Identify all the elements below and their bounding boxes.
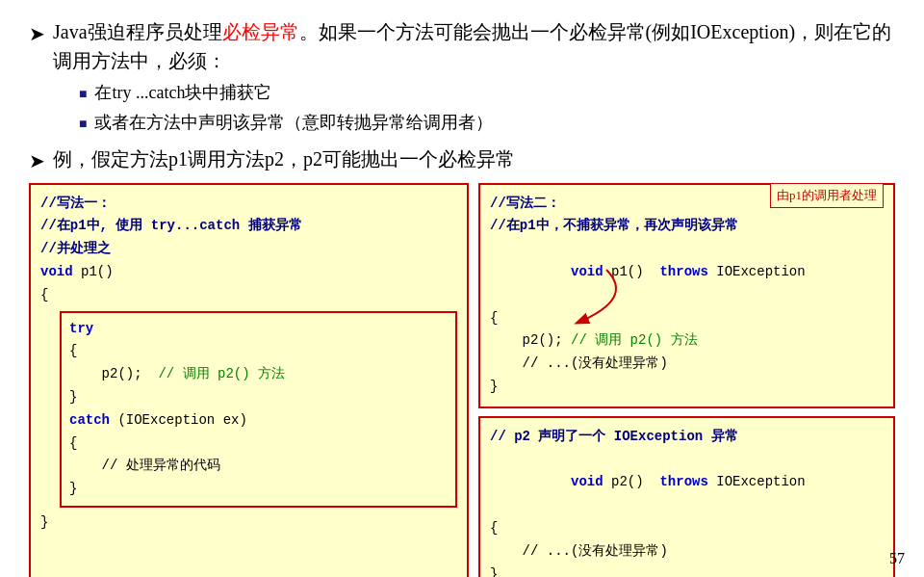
left-inner-box: try { p2(); // 调用 p2() 方法 } catch (IOExc…: [60, 311, 457, 508]
left-line3: //并处理之: [40, 238, 457, 261]
left-line-end: }: [40, 511, 457, 535]
sub-bullet-2-text: 或者在方法中声明该异常（意即转抛异常给调用者）: [94, 109, 493, 137]
bullet1: ➤ Java强迫程序员处理必检异常。如果一个方法可能会抛出一个必检异常(例如IO…: [29, 17, 895, 75]
right-bot-line2: void p2() throws IOException: [490, 449, 884, 517]
sub-bullet-icon-2: ■: [79, 114, 87, 135]
inner-line8: }: [69, 478, 448, 501]
right-bot-line1: // p2 声明了一个 IOException 异常: [490, 426, 884, 449]
right-top-line2: //在p1中，不捕获异常，再次声明该异常: [490, 215, 884, 238]
inner-line1: try: [69, 318, 448, 341]
bullet1-text-before: Java强迫程序员处理: [53, 21, 222, 42]
sub-bullet-1-text: 在try ...catch块中捕获它: [94, 79, 271, 107]
left-line2: //在p1中, 使用 try...catch 捕获异常: [40, 215, 457, 238]
inner-line3: p2(); // 调用 p2() 方法: [69, 363, 448, 386]
bullet1-arrow: ➤: [29, 19, 45, 48]
right-top-line4: {: [490, 307, 884, 330]
inner-line4: }: [69, 386, 448, 409]
bullet2-text: 例，假定方法p1调用方法p2，p2可能抛出一个必检异常: [53, 144, 515, 173]
right-top-line3: void p1() throws IOException: [490, 238, 884, 306]
bullet2-section: ➤ 例，假定方法p1调用方法p2，p2可能抛出一个必检异常: [29, 144, 895, 175]
page-number: 57: [889, 550, 905, 567]
right-top-line7: }: [490, 376, 884, 399]
right-bot-line3: {: [490, 517, 884, 540]
right-top-line6: // ...(没有处理异常): [490, 353, 884, 376]
left-line1: //写法一：: [40, 193, 457, 216]
right-section: 由p1的调用者处理 //写法二： //在p1中，不捕获异常，再次声明该异常 vo…: [478, 183, 895, 577]
right-bottom-code-box: // p2 声明了一个 IOException 异常 void p2() thr…: [478, 416, 895, 577]
callout-bubble: 由p1的调用者处理: [770, 183, 884, 208]
bullet2-arrow: ➤: [29, 146, 45, 175]
bullet1-text: Java强迫程序员处理必检异常。如果一个方法可能会抛出一个必检异常(例如IOEx…: [53, 17, 895, 75]
inner-line7: // 处理异常的代码: [69, 455, 448, 478]
inner-line5: catch (IOException ex): [69, 409, 448, 433]
slide: ➤ Java强迫程序员处理必检异常。如果一个方法可能会抛出一个必检异常(例如IO…: [0, 0, 924, 577]
left-line4: void p1(): [40, 261, 457, 284]
left-code-box: //写法一： //在p1中, 使用 try...catch 捕获异常 //并处理…: [29, 183, 469, 577]
inner-line6: {: [69, 433, 448, 456]
bullet1-section: ➤ Java强迫程序员处理必检异常。如果一个方法可能会抛出一个必检异常(例如IO…: [29, 17, 895, 137]
inner-line2: {: [69, 340, 448, 363]
right-bot-line4: // ...(没有处理异常): [490, 540, 884, 564]
code-section: //写法一： //在p1中, 使用 try...catch 捕获异常 //并处理…: [29, 183, 895, 577]
right-top-code-box: 由p1的调用者处理 //写法二： //在p1中，不捕获异常，再次声明该异常 vo…: [478, 183, 895, 408]
left-line5: {: [40, 284, 457, 307]
sub-bullets: ■ 在try ...catch块中捕获它 ■ 或者在方法中声明该异常（意即转抛异…: [79, 79, 895, 137]
right-top-line5: p2(); // 调用 p2() 方法: [490, 329, 884, 353]
sub-bullet-1: ■ 在try ...catch块中捕获它: [79, 79, 895, 107]
bullet1-highlight: 必检异常: [222, 21, 299, 42]
right-bot-line5: }: [490, 564, 884, 577]
sub-bullet-2: ■ 或者在方法中声明该异常（意即转抛异常给调用者）: [79, 109, 895, 137]
sub-bullet-icon-1: ■: [79, 84, 87, 105]
bullet2: ➤ 例，假定方法p1调用方法p2，p2可能抛出一个必检异常: [29, 144, 895, 175]
